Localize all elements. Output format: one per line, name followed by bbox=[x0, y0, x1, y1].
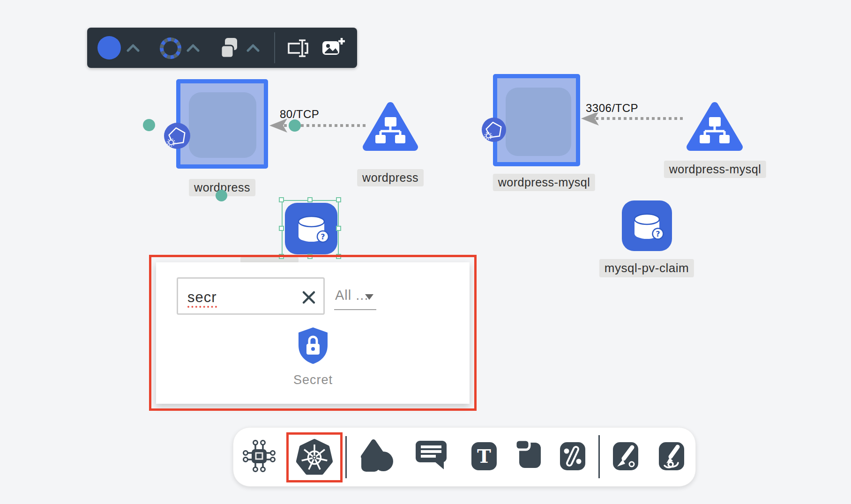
bottom-toolbar: T bbox=[233, 427, 696, 487]
edge-handle[interactable] bbox=[289, 119, 301, 132]
annotation-red-box bbox=[286, 432, 343, 482]
edge-wordpress-mysql[interactable] bbox=[596, 117, 686, 120]
chevron-up-icon[interactable] bbox=[246, 44, 260, 52]
selection-handle[interactable] bbox=[336, 197, 341, 202]
pvc-mysql-pv-claim[interactable]: ? bbox=[622, 200, 672, 251]
chevron-up-icon[interactable] bbox=[127, 44, 140, 52]
style-toolbar bbox=[87, 28, 357, 68]
connection-point[interactable] bbox=[143, 119, 155, 131]
text-tool-icon[interactable]: T bbox=[471, 442, 497, 470]
chevron-up-icon[interactable] bbox=[187, 44, 200, 52]
fill-style-button[interactable] bbox=[97, 36, 121, 59]
stroke-style-button[interactable] bbox=[158, 36, 183, 60]
toolbar-divider bbox=[345, 436, 347, 478]
edge-label: 80/TCP bbox=[280, 108, 319, 121]
cluster-circuit-tool-icon[interactable] bbox=[241, 438, 277, 474]
pencil-draw-tool-icon[interactable] bbox=[659, 442, 684, 470]
pod-inner-shape bbox=[506, 88, 571, 156]
selection-handle[interactable] bbox=[336, 226, 341, 231]
pod-inner-shape bbox=[189, 92, 256, 158]
deployment-pentagon-badge[interactable] bbox=[164, 123, 190, 149]
canvas[interactable]: 80/TCP wordpress wordpress 3306/TCP bbox=[0, 0, 851, 504]
text-tool-glyph: T bbox=[477, 445, 491, 467]
comment-tool-icon[interactable] bbox=[414, 437, 448, 470]
selection-handle[interactable] bbox=[307, 197, 313, 202]
connector-chain-tool-icon[interactable] bbox=[560, 442, 585, 470]
pvc-label: mysql-pv-claim bbox=[599, 259, 694, 277]
edge-label: 3306/TCP bbox=[586, 102, 638, 115]
pen-arrow-tool-icon[interactable] bbox=[613, 442, 638, 470]
add-image-icon[interactable] bbox=[322, 37, 345, 59]
copy-style-button[interactable] bbox=[219, 37, 242, 59]
service-wordpress-mysql[interactable] bbox=[684, 98, 745, 159]
toolbar-divider bbox=[598, 435, 600, 478]
selection-outline bbox=[282, 200, 339, 257]
service-label: wordpress-mysql bbox=[664, 161, 766, 178]
frame-tool-icon[interactable] bbox=[514, 438, 545, 471]
deployment-pentagon-badge[interactable] bbox=[482, 118, 506, 142]
annotation-red-box bbox=[149, 255, 477, 411]
toolbar-divider bbox=[274, 32, 275, 63]
shapes-tool-icon[interactable] bbox=[357, 436, 394, 474]
selection-handle[interactable] bbox=[279, 226, 284, 231]
service-wordpress[interactable] bbox=[361, 98, 420, 159]
svg-text:?: ? bbox=[656, 230, 660, 238]
selection-handle[interactable] bbox=[279, 197, 284, 202]
rename-icon[interactable] bbox=[286, 38, 310, 58]
service-label: wordpress bbox=[357, 169, 424, 186]
pod-label: wordpress-mysql bbox=[493, 174, 595, 191]
connection-point[interactable] bbox=[216, 190, 227, 201]
